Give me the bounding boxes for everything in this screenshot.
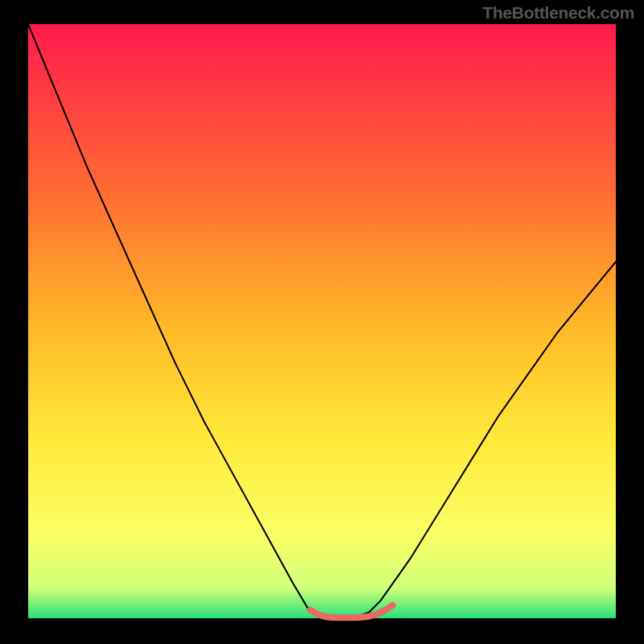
chart-container: TheBottleneck.com [0, 0, 644, 644]
bottleneck-plot [0, 0, 644, 644]
plot-background [28, 24, 616, 618]
